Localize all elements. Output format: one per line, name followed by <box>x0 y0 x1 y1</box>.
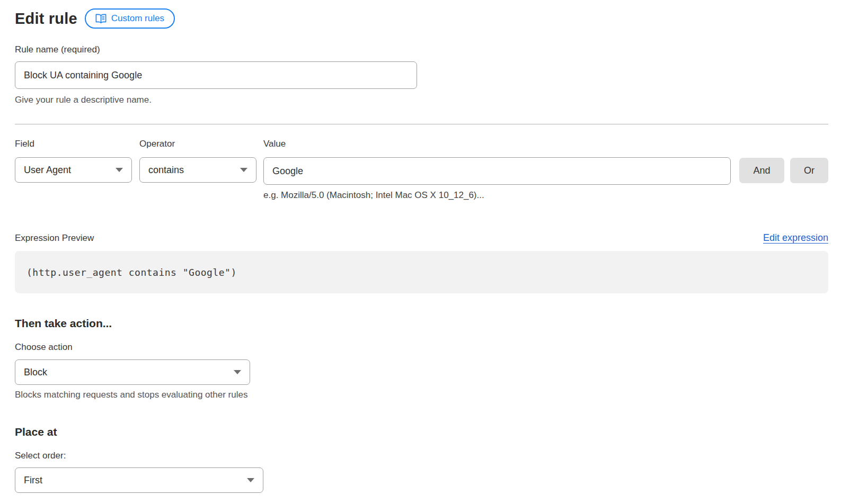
value-column: Value e.g. Mozilla/5.0 (Macintosh; Intel… <box>263 139 731 201</box>
rule-name-input[interactable] <box>15 61 417 89</box>
chevron-down-icon <box>116 168 123 172</box>
expression-preview-box: (http.user_agent contains "Google") <box>15 251 828 293</box>
edit-expression-link[interactable]: Edit expression <box>763 232 828 244</box>
action-section: Then take action... Choose action Block … <box>15 317 828 400</box>
operator-label: Operator <box>139 139 256 149</box>
expression-code: (http.user_agent contains "Google") <box>26 267 237 278</box>
expression-preview-label: Expression Preview <box>15 233 94 244</box>
custom-rules-docs-badge[interactable]: Custom rules <box>85 8 175 29</box>
value-input[interactable] <box>263 157 731 185</box>
page-title: Edit rule <box>15 10 77 28</box>
or-button[interactable]: Or <box>790 158 828 183</box>
edit-rule-page: Edit rule Custom rules Rule name (requir… <box>0 0 841 504</box>
operator-column: Operator contains <box>139 139 256 183</box>
value-label: Value <box>263 139 731 149</box>
operator-dropdown[interactable]: contains <box>139 157 256 183</box>
rule-name-help: Give your rule a descriptive name. <box>15 95 828 105</box>
chevron-down-icon <box>247 478 254 482</box>
rule-name-label: Rule name (required) <box>15 44 828 55</box>
order-dropdown-value: First <box>24 475 42 486</box>
placement-section: Place at Select order: First <box>15 426 828 493</box>
operator-dropdown-value: contains <box>148 165 184 176</box>
expression-header: Expression Preview Edit expression <box>15 232 828 244</box>
docs-badge-label: Custom rules <box>111 13 164 24</box>
action-dropdown-value: Block <box>24 367 47 378</box>
rule-name-section: Rule name (required) Give your rule a de… <box>15 44 828 105</box>
place-at-heading: Place at <box>15 426 828 438</box>
field-dropdown-value: User Agent <box>24 165 71 176</box>
value-help: e.g. Mozilla/5.0 (Macintosh; Intel Mac O… <box>263 190 731 201</box>
chevron-down-icon <box>240 168 247 172</box>
field-column: Field User Agent <box>15 139 132 183</box>
section-divider <box>15 124 828 124</box>
choose-action-label: Choose action <box>15 342 828 353</box>
expression-section: Expression Preview Edit expression (http… <box>15 232 828 293</box>
action-help: Blocks matching requests and stops evalu… <box>15 390 828 400</box>
page-header: Edit rule Custom rules <box>15 8 828 29</box>
field-label: Field <box>15 139 132 149</box>
select-order-label: Select order: <box>15 451 828 461</box>
action-heading: Then take action... <box>15 317 828 330</box>
order-dropdown[interactable]: First <box>15 467 263 493</box>
chevron-down-icon <box>234 370 241 374</box>
field-dropdown[interactable]: User Agent <box>15 157 132 183</box>
open-book-icon <box>95 14 107 24</box>
condition-row: Field User Agent Operator contains Value… <box>15 139 828 201</box>
and-button[interactable]: And <box>739 158 784 183</box>
action-dropdown[interactable]: Block <box>15 359 250 385</box>
